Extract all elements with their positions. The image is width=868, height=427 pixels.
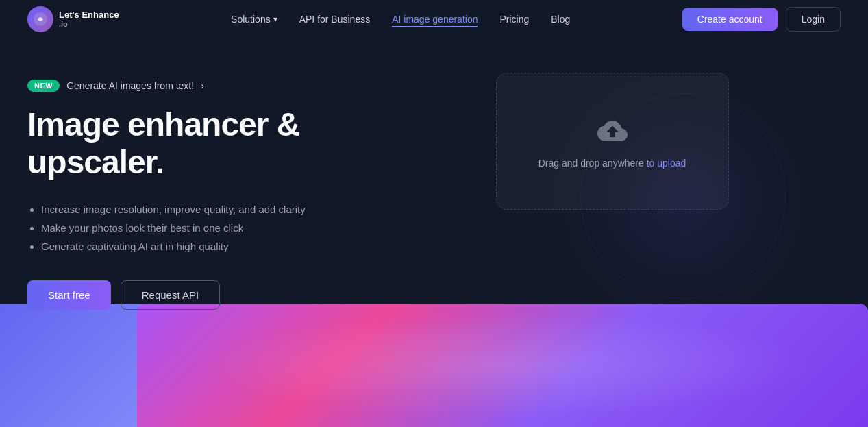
logo[interactable]: Let's Enhance .io [27, 6, 119, 32]
bullet-item-2: Make your photos look their best in one … [41, 219, 384, 237]
new-badge: NEW [27, 80, 60, 92]
pricing-label: Pricing [499, 14, 529, 25]
nav-ai-image-link[interactable]: AI image generation [392, 14, 478, 27]
hero-section: NEW Generate AI images from text! › Imag… [0, 38, 868, 326]
bullet-item-3: Generate captivating AI art in high qual… [41, 237, 384, 256]
navbar: Let's Enhance .io Solutions ▾ API for Bu… [0, 0, 868, 38]
hero-left: NEW Generate AI images from text! › Imag… [27, 73, 384, 310]
hero-bullets: Increase image resolution, improve quali… [27, 200, 384, 256]
login-button[interactable]: Login [786, 7, 841, 32]
nav-solutions-link[interactable]: Solutions ▾ [231, 14, 277, 25]
cloud-upload-icon [597, 116, 628, 146]
new-badge-text: Generate AI images from text! [66, 80, 194, 91]
upload-icon-wrapper [595, 114, 630, 148]
upload-text: Drag and drop anywhere to upload [538, 158, 686, 169]
blog-label: Blog [551, 14, 570, 25]
hero-right: Drag and drop anywhere to upload [384, 73, 841, 210]
new-badge-container: NEW Generate AI images from text! › [27, 80, 384, 92]
upload-link[interactable]: to upload [647, 158, 686, 169]
logo-icon [27, 6, 53, 32]
chevron-down-icon: ▾ [273, 14, 277, 24]
nav-links: Solutions ▾ API for Business AI image ge… [231, 13, 570, 25]
solutions-label: Solutions [231, 14, 271, 25]
ai-image-label: AI image generation [392, 14, 478, 25]
create-account-button[interactable]: Create account [682, 8, 778, 31]
hero-title: Image enhancer & upscaler. [27, 106, 384, 181]
hero-ctas: Start free Request API [27, 280, 384, 310]
logo-text: Let's Enhance .io [59, 10, 119, 29]
api-business-label: API for Business [299, 14, 371, 25]
nav-blog-link[interactable]: Blog [551, 14, 570, 25]
nav-api-business-link[interactable]: API for Business [299, 14, 371, 25]
request-api-button[interactable]: Request API [121, 280, 220, 310]
nav-actions: Create account Login [682, 7, 841, 32]
bullet-item-1: Increase image resolution, improve quali… [41, 200, 384, 219]
upload-dropzone[interactable]: Drag and drop anywhere to upload [496, 73, 729, 210]
nav-pricing-link[interactable]: Pricing [499, 14, 529, 25]
start-free-button[interactable]: Start free [27, 280, 111, 310]
badge-arrow-icon: › [201, 80, 204, 91]
